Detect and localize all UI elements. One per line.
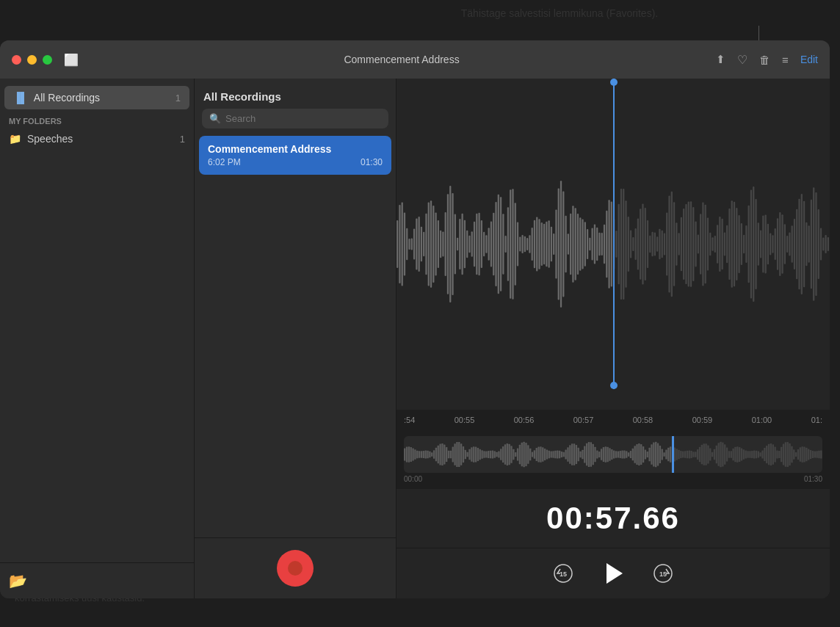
svg-rect-199 xyxy=(443,445,445,465)
svg-rect-32 xyxy=(474,222,475,267)
maximize-button[interactable] xyxy=(43,55,52,65)
svg-rect-75 xyxy=(577,214,579,275)
svg-rect-359 xyxy=(778,451,780,458)
svg-rect-379 xyxy=(820,451,822,459)
svg-rect-266 xyxy=(584,446,585,463)
sidebar-item-all-recordings[interactable]: ▐▌ All Recordings 1 xyxy=(4,86,189,109)
svg-rect-43 xyxy=(500,197,502,291)
svg-rect-276 xyxy=(605,446,607,463)
window-title: Commencement Address xyxy=(87,54,716,65)
recording-duration: 01:30 xyxy=(361,157,383,167)
svg-rect-375 xyxy=(812,451,814,458)
sidebar-item-speeches[interactable]: 📁 Speeches 1 xyxy=(0,128,194,149)
svg-rect-201 xyxy=(448,451,449,458)
share-icon[interactable]: ⬆ xyxy=(716,53,725,66)
mini-timeline-end: 01:30 xyxy=(804,475,822,483)
svg-rect-35 xyxy=(481,220,482,268)
svg-rect-253 xyxy=(557,451,558,459)
svg-rect-222 xyxy=(492,451,493,459)
svg-rect-184 xyxy=(412,449,413,461)
svg-rect-183 xyxy=(410,447,412,462)
svg-rect-289 xyxy=(632,449,634,461)
svg-rect-245 xyxy=(540,446,541,463)
svg-rect-204 xyxy=(454,443,455,465)
svg-rect-73 xyxy=(572,206,573,283)
svg-rect-341 xyxy=(741,448,742,460)
svg-rect-51 xyxy=(519,237,521,252)
svg-rect-372 xyxy=(805,448,807,461)
minimize-button[interactable] xyxy=(27,55,37,65)
svg-rect-123 xyxy=(692,207,694,281)
search-input[interactable] xyxy=(225,113,381,124)
svg-rect-316 xyxy=(689,450,690,458)
skip-back-button[interactable]: 15 xyxy=(553,563,573,584)
svg-rect-16 xyxy=(435,213,436,276)
svg-rect-250 xyxy=(551,451,552,457)
svg-rect-247 xyxy=(544,449,546,460)
settings-icon[interactable]: ≡ xyxy=(782,54,789,66)
svg-rect-93 xyxy=(620,189,622,300)
svg-rect-286 xyxy=(626,451,627,457)
svg-rect-319 xyxy=(695,452,696,457)
recording-item-commencement[interactable]: Commencement Address 6:02 PM 01:30 xyxy=(199,136,391,175)
waveform-icon: ▐▌ xyxy=(13,92,28,104)
svg-rect-195 xyxy=(435,448,437,461)
mini-waveform-track[interactable] xyxy=(404,436,822,473)
delete-icon[interactable]: 🗑 xyxy=(759,54,770,66)
svg-rect-74 xyxy=(575,208,576,280)
svg-rect-140 xyxy=(734,202,735,286)
skip-forward-button[interactable]: 15 xyxy=(653,563,673,584)
close-button[interactable] xyxy=(12,55,21,65)
search-bar: 🔍 xyxy=(202,109,388,128)
svg-rect-377 xyxy=(816,451,817,458)
svg-rect-122 xyxy=(690,201,692,286)
svg-rect-60 xyxy=(541,222,543,266)
svg-rect-163 xyxy=(789,232,790,255)
svg-rect-265 xyxy=(582,450,583,460)
svg-rect-348 xyxy=(756,451,757,459)
svg-rect-215 xyxy=(477,448,479,461)
svg-rect-47 xyxy=(510,189,511,299)
svg-rect-280 xyxy=(613,450,615,458)
svg-rect-59 xyxy=(538,219,540,269)
svg-rect-236 xyxy=(521,443,523,467)
svg-rect-13 xyxy=(428,202,430,286)
svg-rect-217 xyxy=(481,450,482,459)
svg-rect-268 xyxy=(588,442,590,467)
svg-rect-139 xyxy=(731,200,733,287)
record-button[interactable] xyxy=(277,550,314,587)
svg-rect-101 xyxy=(640,209,641,280)
svg-rect-44 xyxy=(502,214,504,275)
svg-rect-105 xyxy=(649,236,651,253)
timeline-label-1: 00:55 xyxy=(455,416,475,424)
svg-rect-235 xyxy=(519,445,521,464)
svg-rect-46 xyxy=(507,207,509,281)
record-button-inner xyxy=(288,561,303,576)
svg-rect-100 xyxy=(637,218,639,269)
traffic-lights xyxy=(12,55,52,65)
svg-rect-374 xyxy=(810,450,811,459)
svg-rect-58 xyxy=(536,217,537,272)
svg-rect-226 xyxy=(500,449,502,460)
svg-rect-211 xyxy=(468,449,470,460)
svg-rect-239 xyxy=(527,445,529,463)
svg-rect-79 xyxy=(587,229,588,259)
svg-rect-136 xyxy=(724,233,725,256)
new-folder-button[interactable]: 📂 xyxy=(9,572,27,590)
svg-rect-12 xyxy=(425,214,427,275)
svg-rect-248 xyxy=(546,450,548,460)
svg-rect-1 xyxy=(399,205,400,283)
svg-rect-126 xyxy=(700,214,701,274)
sidebar-toggle-icon[interactable]: ⬜ xyxy=(64,53,79,67)
play-button[interactable] xyxy=(597,557,629,590)
svg-rect-17 xyxy=(438,220,439,268)
svg-rect-311 xyxy=(678,450,679,459)
svg-rect-243 xyxy=(536,448,537,461)
right-panel: (function(){ var bars = []; var total = … xyxy=(397,79,830,598)
svg-rect-198 xyxy=(441,443,443,465)
svg-rect-166 xyxy=(796,209,797,279)
timeline-label-0: :54 xyxy=(404,416,415,424)
favorite-icon[interactable]: ♡ xyxy=(737,53,747,67)
svg-rect-119 xyxy=(683,209,684,280)
edit-button[interactable]: Edit xyxy=(800,54,818,65)
